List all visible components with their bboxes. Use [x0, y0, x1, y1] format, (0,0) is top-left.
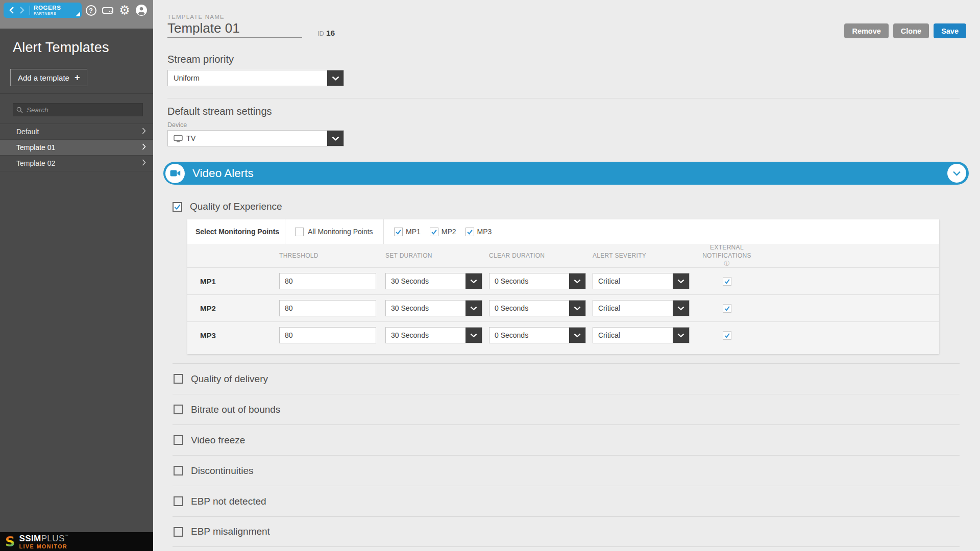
qoe-checkbox[interactable]: [173, 202, 182, 212]
mp1-threshold-input[interactable]: [279, 273, 376, 289]
mp1-clear-duration-select[interactable]: 0 Seconds: [489, 273, 586, 289]
qoe-label: Quality of Experience: [190, 201, 282, 212]
template-item-label: Default: [16, 128, 39, 136]
section-quality-of-delivery: Quality of delivery: [173, 363, 960, 394]
clone-button[interactable]: Clone: [893, 23, 929, 38]
bitrate-out-of-bounds-checkbox[interactable]: [174, 405, 183, 414]
discontinuities-checkbox[interactable]: [174, 466, 183, 475]
brand-light: PLUS: [41, 534, 65, 543]
video-freeze-checkbox[interactable]: [174, 435, 183, 445]
col-clear-duration: CLEAR DURATION: [489, 252, 593, 259]
mp3-toggle: MP3: [465, 228, 492, 236]
topbar-icons: ? ⚙: [85, 4, 148, 16]
mp1-toggle: MP1: [394, 228, 421, 236]
device-value: TV: [186, 134, 196, 142]
mp1-severity-select[interactable]: Critical: [593, 273, 690, 289]
section-video-freeze: Video freeze: [173, 424, 960, 455]
all-points-label: All Monitoring Points: [308, 228, 373, 236]
section-label: Bitrate out of bounds: [191, 404, 280, 415]
mp3-severity-select[interactable]: Critical: [593, 327, 690, 343]
sidebar: Alert Templates Add a template + Default…: [0, 29, 153, 532]
server-drive-icon[interactable]: [102, 4, 114, 16]
stream-priority-dropdown[interactable]: Uniform: [167, 70, 344, 86]
section-label: Video freeze: [191, 435, 245, 446]
section-label: EBP not detected: [191, 496, 266, 507]
ssimplus-logo-icon: S: [5, 535, 15, 548]
tv-icon: [174, 135, 183, 142]
ebp-misalignment-checkbox[interactable]: [174, 527, 183, 537]
sidebar-item-template-01[interactable]: Template 01: [0, 140, 153, 156]
mp3-external-checkbox[interactable]: [723, 331, 731, 340]
chevron-down-icon: [673, 273, 689, 289]
mp2-severity-select[interactable]: Critical: [593, 300, 690, 316]
col-external-notifications: EXTERNAL NOTIFICATIONS ⓘ: [696, 244, 757, 268]
footer-brand-text: SSIMPLUS™ LIVE MONITOR: [19, 534, 68, 549]
col-alert-severity: ALERT SEVERITY: [593, 252, 696, 259]
mp1-external-checkbox[interactable]: [723, 277, 731, 286]
forward-chevron-icon[interactable]: [18, 6, 26, 14]
table-column-headers: THRESHOLD SET DURATION CLEAR DURATION AL…: [187, 244, 939, 267]
sidebar-divider: [0, 93, 153, 94]
add-template-button[interactable]: Add a template +: [10, 69, 87, 86]
footer-brand-bar: S SSIMPLUS™ LIVE MONITOR: [0, 532, 153, 551]
qoe-section-toggle: Quality of Experience: [173, 201, 282, 212]
brand-nav-pill[interactable]: ROGERS PARTNERS: [4, 3, 82, 18]
remove-button[interactable]: Remove: [844, 23, 888, 38]
all-points-checkbox[interactable]: [295, 228, 304, 236]
chevron-down-icon: [569, 273, 585, 289]
mp3-clear-duration-select[interactable]: 0 Seconds: [489, 327, 586, 343]
alert-sections-list: Quality of delivery Bitrate out of bound…: [173, 363, 960, 547]
video-alerts-banner[interactable]: Video Alerts: [163, 162, 969, 185]
gear-icon[interactable]: ⚙: [118, 4, 131, 16]
all-points-group: All Monitoring Points: [285, 219, 384, 244]
mp2-clear-duration-select[interactable]: 0 Seconds: [489, 300, 586, 316]
chevron-right-icon: [142, 128, 146, 136]
ebp-not-detected-checkbox[interactable]: [174, 496, 183, 506]
sidebar-item-template-02[interactable]: Template 02: [0, 156, 153, 171]
search-input[interactable]: [13, 103, 143, 116]
mp1-checkbox[interactable]: [394, 228, 403, 236]
qoe-settings-panel: Select Monitoring Points All Monitoring …: [187, 219, 939, 354]
mp3-set-duration-select[interactable]: 30 Seconds: [385, 327, 482, 343]
mp3-threshold-input[interactable]: [279, 327, 376, 343]
mp-toggles: MP1 MP2 MP3: [384, 228, 492, 236]
mp2-checkbox[interactable]: [430, 228, 438, 236]
mp2-external-checkbox[interactable]: [723, 304, 731, 313]
video-alerts-title: Video Alerts: [192, 167, 254, 180]
search-icon: [16, 106, 23, 115]
chevron-down-icon: [673, 328, 689, 343]
chevron-down-icon: [569, 300, 585, 316]
quality-of-delivery-checkbox[interactable]: [174, 374, 183, 384]
brand-name: ROGERS PARTNERS: [34, 5, 61, 16]
section-ebp-not-detected: EBP not detected: [173, 486, 960, 516]
mp3-checkbox[interactable]: [465, 228, 474, 236]
template-name-input[interactable]: [167, 19, 302, 38]
sidebar-item-default[interactable]: Default: [0, 124, 153, 140]
stream-priority-value: Uniform: [168, 74, 200, 82]
chevron-right-icon: [142, 143, 146, 152]
col-set-duration: SET DURATION: [385, 252, 489, 259]
template-item-label: Template 02: [16, 159, 55, 167]
top-bar: ROGERS PARTNERS ? ⚙: [0, 0, 153, 29]
collapse-chevron-icon[interactable]: [947, 164, 966, 183]
table-row: MP2 30 Seconds 0 Seconds Critical: [187, 294, 939, 321]
device-label: Device: [167, 121, 187, 129]
table-row: MP3 30 Seconds 0 Seconds Critical: [187, 321, 939, 348]
device-dropdown[interactable]: TV: [167, 130, 344, 146]
save-button[interactable]: Save: [934, 23, 966, 38]
template-list: Default Template 01 Template 02: [0, 123, 153, 171]
chevron-down-icon: [465, 273, 482, 289]
help-icon[interactable]: ?: [85, 4, 97, 16]
brand-line2: PARTNERS: [34, 12, 61, 16]
section-bitrate-out-of-bounds: Bitrate out of bounds: [173, 394, 960, 424]
mp2-set-duration-select[interactable]: 30 Seconds: [385, 300, 482, 316]
mp2-threshold-input[interactable]: [279, 300, 376, 316]
section-divider: [167, 98, 960, 98]
back-chevron-icon[interactable]: [8, 6, 16, 14]
monitoring-points-bar: Select Monitoring Points All Monitoring …: [187, 219, 939, 244]
main-content: TEMPLATE NAME ID16 Remove Clone Save Str…: [153, 0, 980, 551]
chevron-down-icon: [327, 70, 344, 86]
mp1-set-duration-select[interactable]: 30 Seconds: [385, 273, 482, 289]
user-account-icon[interactable]: [135, 4, 148, 16]
mp2-label: MP2: [442, 228, 456, 236]
